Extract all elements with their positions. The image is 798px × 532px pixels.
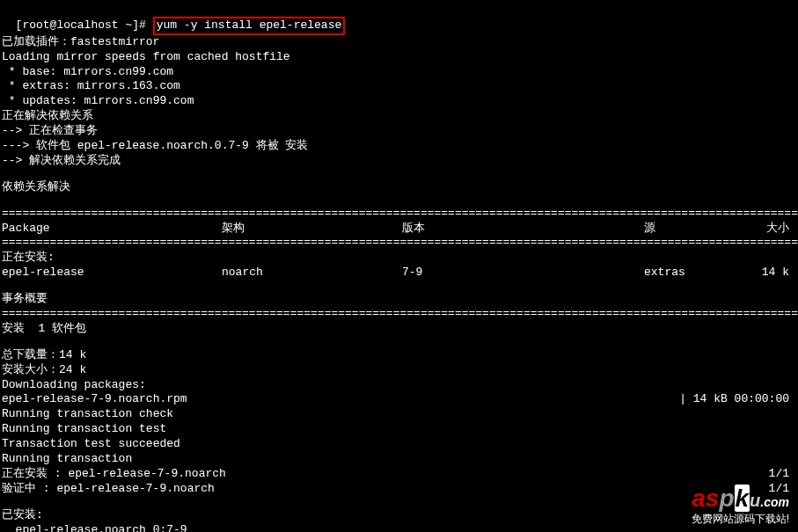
download-file: epel-release-7-9.noarch.rpm [2,392,679,407]
col-header-package: Package [2,222,222,237]
download-stats: | 14 kB 00:00:00 [679,392,796,407]
installing-label: 正在安装: [2,251,796,266]
output-line: --> 解决依赖关系完成 [2,154,796,169]
output-line: Loading mirror speeds from cached hostfi… [2,50,796,65]
installed-label: 已安装: [2,508,796,523]
watermark-tagline: 免费网站源码下载站! [692,513,789,527]
table-header-row: Package 架构 版本 源 大小 [2,222,796,237]
watermark: aspku.com 免费网站源码下载站! [692,483,789,527]
cell-repo: extras [644,266,754,281]
dep-resolved: 依赖关系解决 [2,180,796,195]
output-line: * updates: mirrors.cn99.com [2,94,796,109]
command-line[interactable]: [root@localhost ~]# yum -y install epel-… [2,2,796,35]
table-separator-mid: ========================================… [2,236,796,251]
cell-package: epel-release [2,266,222,281]
typed-command: yum -y install epel-release [153,17,346,35]
cell-size: 14 k [754,266,796,281]
cell-arch: noarch [222,266,402,281]
cell-version: 7-9 [402,266,644,281]
download-progress: epel-release-7-9.noarch.rpm | 14 kB 00:0… [2,392,796,407]
trans-install-count: 1/1 [769,467,796,482]
output-line: Running transaction check [2,407,796,422]
output-line: 总下载量：14 k [2,348,796,363]
transaction-install: 正在安装 : epel-release-7-9.noarch 1/1 [2,467,796,482]
col-header-arch: 架构 [222,222,402,237]
shell-prompt: [root@localhost ~]# [16,18,153,32]
trans-verify-label: 验证中 : epel-release-7-9.noarch [2,482,769,497]
table-separator-bot: ========================================… [2,307,796,322]
summary-label: 事务概要 [2,292,796,307]
table-separator-top: ========================================… [2,207,796,222]
output-line: 已加载插件：fastestmirror [2,35,796,50]
output-line: 安装大小：24 k [2,363,796,378]
output-line: ---> 软件包 epel-release.noarch.0.7-9 将被 安装 [2,139,796,154]
install-count: 安装 1 软件包 [2,322,796,337]
output-line: 正在解决依赖关系 [2,109,796,124]
output-line: * base: mirrors.cn99.com [2,65,796,80]
col-header-version: 版本 [402,222,644,237]
output-line: --> 正在检查事务 [2,124,796,139]
transaction-verify: 验证中 : epel-release-7-9.noarch 1/1 [2,482,796,497]
col-header-size: 大小 [754,222,796,237]
watermark-logo: aspku.com [692,483,789,514]
output-line: Running transaction test [2,422,796,437]
col-header-repo: 源 [644,222,754,237]
output-line: Transaction test succeeded [2,437,796,452]
trans-install-label: 正在安装 : epel-release-7-9.noarch [2,467,769,482]
output-line: Running transaction [2,452,796,467]
output-line: Downloading packages: [2,378,796,393]
installed-package: epel-release.noarch 0:7-9 [2,523,796,532]
table-row: epel-release noarch 7-9 extras 14 k [2,266,796,281]
output-line: * extras: mirrors.163.com [2,79,796,94]
